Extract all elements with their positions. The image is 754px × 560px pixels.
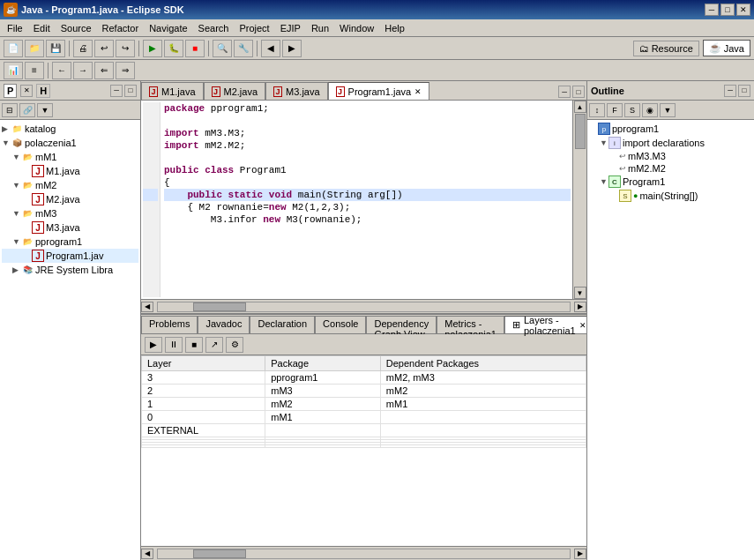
outline-maximize[interactable]: □: [738, 85, 750, 97]
layers-scroll-left[interactable]: ◀: [141, 549, 153, 559]
tab-M3java[interactable]: J M3.java: [265, 82, 328, 100]
outline-item-pprogram1[interactable]: p pprogram1: [589, 122, 752, 136]
editor-minimize[interactable]: ─: [558, 86, 571, 98]
nav-last[interactable]: ⇐: [94, 62, 114, 79]
tree-item-M3java[interactable]: J M3.java: [2, 220, 138, 235]
table-row[interactable]: 1 mM2 mM1: [142, 398, 586, 411]
nav-forward[interactable]: ▶: [282, 40, 302, 57]
menu-edit[interactable]: Edit: [28, 21, 56, 35]
tab-layers-close[interactable]: ✕: [579, 321, 586, 330]
layers-scroll-track[interactable]: [157, 549, 571, 559]
hide-static-btn[interactable]: S: [624, 103, 640, 117]
tab-layers[interactable]: ⊞ Layers - polaczenia1 ✕: [504, 316, 586, 333]
menu-ejip[interactable]: EJIP: [275, 21, 306, 35]
editor-hscrollbar[interactable]: ◀ ▶: [141, 299, 586, 313]
save-button[interactable]: 💾: [46, 40, 65, 57]
outline-item-main[interactable]: S ● main(String[]): [589, 189, 752, 203]
tab-console[interactable]: Console: [315, 316, 366, 333]
debug-button[interactable]: 🐛: [164, 40, 183, 57]
tree-item-jre[interactable]: ▶ 📚 JRE System Libra: [2, 263, 138, 277]
hierarchy-btn[interactable]: 📊: [4, 62, 23, 79]
layers-scroll-right[interactable]: ▶: [574, 549, 586, 559]
layers-hscrollbar[interactable]: ◀ ▶: [141, 546, 586, 560]
scroll-up-btn[interactable]: ▲: [574, 101, 586, 113]
scroll-left-btn[interactable]: ◀: [141, 302, 153, 312]
hide-fields-btn[interactable]: F: [607, 103, 623, 117]
h-scroll-thumb[interactable]: [193, 302, 246, 311]
outline-item-mM3M3[interactable]: ↩ mM3.M3: [589, 150, 752, 162]
tree-item-mM3[interactable]: ▼ 📂 mM3: [2, 206, 138, 220]
pause-btn[interactable]: ⏸: [165, 337, 183, 353]
tree-item-katalog[interactable]: ▶ 📁 katalog: [2, 122, 138, 136]
menu-file[interactable]: File: [2, 21, 28, 35]
editor-vscrollbar[interactable]: ▲ ▼: [572, 101, 586, 299]
table-row[interactable]: 3 pprogram1 mM2, mM3: [142, 371, 586, 385]
menu-search[interactable]: Search: [193, 21, 235, 35]
outline-menu-btn[interactable]: ▼: [660, 103, 676, 117]
package-p-tab[interactable]: P: [4, 84, 17, 98]
close-package-btn[interactable]: ✕: [20, 85, 33, 97]
tab-M1java[interactable]: J M1.java: [141, 82, 204, 100]
code-editor[interactable]: package pprogram1; import mM3.M3; import…: [141, 101, 572, 299]
tree-menu-btn[interactable]: ▼: [37, 103, 53, 117]
table-row[interactable]: EXTERNAL: [142, 424, 586, 437]
open-button[interactable]: 📁: [25, 40, 44, 57]
tree-item-Program1java[interactable]: J Program1.jav: [2, 249, 138, 263]
nav-next-edit[interactable]: →: [73, 62, 93, 79]
scroll-down-btn[interactable]: ▼: [574, 287, 586, 299]
code-content[interactable]: package pprogram1; import mM3.M3; import…: [161, 102, 571, 297]
minimize-button[interactable]: ─: [705, 4, 719, 16]
redo-button[interactable]: ↪: [116, 40, 135, 57]
menu-run[interactable]: Run: [306, 21, 334, 35]
outline-tree[interactable]: p pprogram1 ▼ i import declarations ↩ mM…: [587, 120, 754, 560]
scroll-track[interactable]: [574, 113, 586, 287]
outline-item-Program1[interactable]: ▼ C Program1: [589, 175, 752, 189]
table-row[interactable]: 2 mM3 mM2: [142, 385, 586, 398]
play-btn[interactable]: ▶: [145, 337, 162, 353]
java-perspective[interactable]: ☕ Java: [703, 40, 750, 56]
stop-button[interactable]: ■: [185, 40, 205, 57]
link-editor-btn[interactable]: 🔗: [19, 103, 35, 117]
menu-help[interactable]: Help: [379, 21, 410, 35]
table-row[interactable]: 0 mM1: [142, 411, 586, 424]
h-scroll-track[interactable]: [157, 302, 571, 312]
minimize-panel-btn[interactable]: ─: [110, 85, 123, 97]
new-button[interactable]: 📄: [4, 40, 23, 57]
titlebar-controls[interactable]: ─ □ ✕: [705, 4, 750, 16]
tree-item-pprogram1[interactable]: ▼ 📂 pprogram1: [2, 235, 138, 249]
menu-refactor[interactable]: Refactor: [97, 21, 145, 35]
tab-problems[interactable]: Problems: [141, 316, 198, 333]
hierarchy-tab[interactable]: H: [36, 84, 50, 98]
tab-declaration[interactable]: Declaration: [250, 316, 315, 333]
stop-layers-btn[interactable]: ■: [185, 337, 203, 353]
nav-back[interactable]: ◀: [261, 40, 280, 57]
package-tree[interactable]: ▶ 📁 katalog ▼ 📦 polaczenia1 ▼ 📂 mM1: [0, 120, 140, 560]
nav-prev-edit[interactable]: ←: [52, 62, 71, 79]
maximize-button[interactable]: □: [720, 4, 735, 16]
tab-Program1java[interactable]: J Program1.java ✕: [328, 82, 430, 100]
members-btn[interactable]: ≡: [25, 62, 44, 79]
tree-item-mM2[interactable]: ▼ 📂 mM2: [2, 178, 138, 192]
tab-M2java[interactable]: J M2.java: [204, 82, 266, 100]
tree-item-M2java[interactable]: J M2.java: [2, 192, 138, 206]
outline-item-imports[interactable]: ▼ i import declarations: [589, 136, 752, 150]
collapse-all-btn[interactable]: ⊟: [2, 103, 18, 117]
resource-perspective[interactable]: 🗂 Resource: [633, 41, 699, 56]
scroll-right-btn[interactable]: ▶: [574, 302, 586, 312]
sort-btn[interactable]: ↕: [589, 103, 605, 117]
scroll-thumb[interactable]: [575, 114, 586, 149]
build-btn[interactable]: 🔧: [234, 40, 253, 57]
outline-item-mM2M2[interactable]: ↩ mM2.M2: [589, 162, 752, 175]
nav-forward2[interactable]: ⇒: [116, 62, 135, 79]
hide-nonpublic-btn[interactable]: ◉: [642, 103, 658, 117]
menu-source[interactable]: Source: [56, 21, 97, 35]
menu-project[interactable]: Project: [234, 21, 274, 35]
tab-close-prog1[interactable]: ✕: [414, 87, 422, 96]
run-button[interactable]: ▶: [143, 40, 162, 57]
tab-dependency[interactable]: Dependency Graph View: [366, 316, 437, 333]
search-btn[interactable]: 🔍: [213, 40, 232, 57]
undo-button[interactable]: ↩: [94, 40, 114, 57]
editor-maximize[interactable]: □: [572, 86, 585, 98]
layers-table[interactable]: Layer Package Dependent Packages 3 pprog…: [141, 355, 586, 546]
layers-scroll-thumb[interactable]: [193, 549, 246, 558]
